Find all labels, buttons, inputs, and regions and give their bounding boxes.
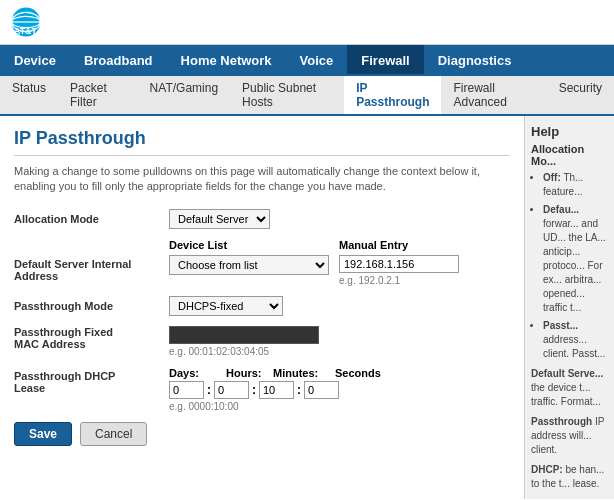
help-sidebar: Help Allocation Mo... Off: Th... feature…: [524, 116, 614, 499]
passthrough-mac-row: Passthrough FixedMAC Address e.g. 00:01:…: [14, 326, 510, 357]
minutes-input[interactable]: [259, 381, 294, 399]
time-inputs: : : :: [169, 381, 375, 399]
hours-input[interactable]: [214, 381, 249, 399]
passthrough-mode-label: Passthrough Mode: [14, 300, 169, 312]
default-server-row: Default Server InternalAddress Choose fr…: [14, 255, 510, 286]
seconds-header: Seconds: [335, 367, 375, 379]
nav-voice[interactable]: Voice: [286, 45, 348, 76]
subnav-status[interactable]: Status: [0, 76, 58, 114]
subnav-security[interactable]: Security: [547, 76, 614, 114]
device-inputs: Choose from list e.g. 192.0.2.1: [169, 255, 459, 286]
allocation-mode-label: Allocation Mode: [14, 213, 169, 225]
allocation-mode-select[interactable]: Default Server Off DHCPS-fixed: [169, 209, 270, 229]
manual-entry-header: Manual Entry: [339, 239, 510, 251]
mac-address-display: [169, 326, 319, 344]
manual-input-wrap: e.g. 192.0.2.1: [339, 255, 459, 286]
days-header: Days:: [169, 367, 224, 379]
subnav-ip-passthrough[interactable]: IP Passthrough: [344, 74, 441, 114]
subnav-packet-filter[interactable]: Packet Filter: [58, 76, 138, 114]
passthrough-mode-select[interactable]: DHCPS-fixed DHCPS-dynamic Off: [169, 296, 283, 316]
form-section: Allocation Mode Default Server Off DHCPS…: [14, 209, 510, 446]
main-content: IP Passthrough Making a change to some p…: [0, 116, 524, 499]
logo-area: AT&T: [10, 6, 42, 38]
device-list-header: Device List: [169, 239, 339, 251]
nav-broadband[interactable]: Broadband: [70, 45, 167, 76]
save-button[interactable]: Save: [14, 422, 72, 446]
nav-firewall[interactable]: Firewall: [347, 45, 423, 76]
days-input[interactable]: [169, 381, 204, 399]
minutes-header: Minutes:: [273, 367, 333, 379]
page-title: IP Passthrough: [14, 128, 510, 156]
content-wrapper: IP Passthrough Making a change to some p…: [0, 116, 614, 499]
device-select-wrap: Choose from list: [169, 255, 339, 275]
help-title: Help: [531, 124, 608, 139]
lease-inputs: Days: Hours: Minutes: Seconds : : :: [169, 367, 375, 412]
nav-device[interactable]: Device: [0, 45, 70, 76]
svg-text:AT&T: AT&T: [14, 26, 37, 36]
passthrough-mac-label: Passthrough FixedMAC Address: [14, 326, 169, 350]
mac-hint: e.g. 00:01:02:03:04:05: [169, 346, 319, 357]
header: AT&T: [0, 0, 614, 45]
default-server-label: Default Server InternalAddress: [14, 255, 169, 282]
sep1: :: [207, 383, 211, 397]
hours-header: Hours:: [226, 367, 271, 379]
nav-diagnostics[interactable]: Diagnostics: [424, 45, 526, 76]
dhcp-lease-label: Passthrough DHCPLease: [14, 367, 169, 394]
subnav-firewall-advanced[interactable]: Firewall Advanced: [441, 76, 546, 114]
sub-nav: Status Packet Filter NAT/Gaming Public S…: [0, 76, 614, 116]
sep2: :: [252, 383, 256, 397]
subnav-nat-gaming[interactable]: NAT/Gaming: [138, 76, 230, 114]
sep3: :: [297, 383, 301, 397]
seconds-input[interactable]: [304, 381, 339, 399]
dhcp-lease-row: Passthrough DHCPLease Days: Hours: Minut…: [14, 367, 510, 412]
main-nav: Device Broadband Home Network Voice Fire…: [0, 45, 614, 76]
column-headers: Device List Manual Entry: [169, 239, 510, 251]
time-headers: Days: Hours: Minutes: Seconds: [169, 367, 375, 379]
manual-entry-hint: e.g. 192.0.2.1: [339, 275, 459, 286]
device-list-select[interactable]: Choose from list: [169, 255, 329, 275]
subnav-public-subnet[interactable]: Public Subnet Hosts: [230, 76, 344, 114]
allocation-mode-row: Allocation Mode Default Server Off DHCPS…: [14, 209, 510, 229]
passthrough-mode-row: Passthrough Mode DHCPS-fixed DHCPS-dynam…: [14, 296, 510, 316]
cancel-button[interactable]: Cancel: [80, 422, 147, 446]
button-row: Save Cancel: [14, 422, 510, 446]
alloc-mode-title: Allocation Mo...: [531, 143, 608, 167]
manual-entry-input[interactable]: [339, 255, 459, 273]
att-logo-icon: AT&T: [10, 6, 42, 38]
sidebar-content: Off: Th... feature... Defau... forwar...…: [531, 171, 608, 491]
mac-input-wrap: e.g. 00:01:02:03:04:05: [169, 326, 319, 357]
nav-home-network[interactable]: Home Network: [167, 45, 286, 76]
intro-text: Making a change to some pulldowns on thi…: [14, 164, 510, 195]
lease-hint: e.g. 0000:10:00: [169, 401, 375, 412]
